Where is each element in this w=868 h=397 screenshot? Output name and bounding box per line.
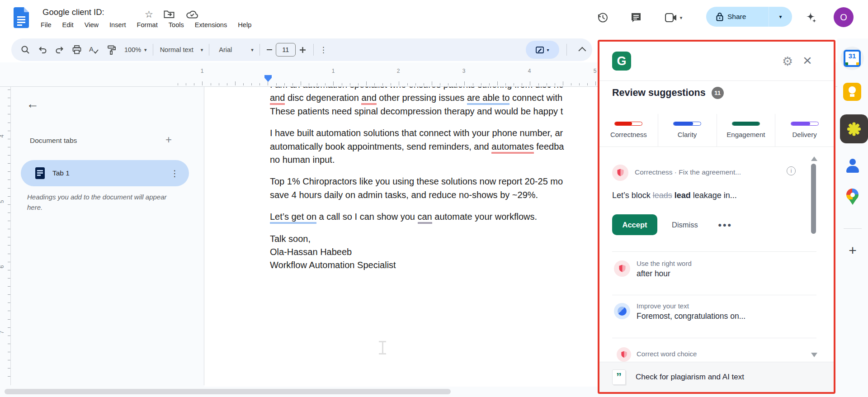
calendar-icon[interactable]: 31: [840, 47, 864, 70]
increase-font-size-icon[interactable]: [296, 41, 310, 58]
correctness-progress-pill: [614, 122, 642, 126]
menu-item-tools[interactable]: Tools: [163, 20, 189, 30]
text-segment: disc degeneration: [285, 93, 361, 103]
tab-label: Clarity: [678, 131, 697, 138]
editing-mode-button[interactable]: ▾: [526, 41, 559, 59]
contacts-icon[interactable]: [844, 157, 862, 175]
more-toolbar-options-icon[interactable]: ⋮: [320, 45, 327, 55]
share-dropdown[interactable]: ▾: [769, 14, 792, 20]
keep-icon[interactable]: [843, 83, 861, 101]
suggestion-list-item[interactable]: Correct word choice: [637, 350, 697, 358]
account-avatar[interactable]: O: [834, 7, 854, 27]
vertical-ruler[interactable]: 4567: [0, 87, 11, 385]
move-to-folder-icon[interactable]: [164, 10, 175, 19]
more-options-icon[interactable]: ●●●: [718, 214, 732, 235]
print-icon[interactable]: [68, 41, 85, 58]
menu-bar: FileEditViewInsertFormatToolsExtensionsH…: [35, 20, 257, 30]
text-segment: I have built automation solutions that c…: [270, 128, 563, 138]
google-docs-app: Google client ID: ☆ FileEditViewInsertFo…: [0, 0, 868, 397]
grammarly-panel: G ⚙ × Review suggestions 11 CorrectnessC…: [598, 40, 835, 394]
font-caret-icon[interactable]: ▾: [251, 47, 254, 53]
menu-item-help[interactable]: Help: [232, 20, 257, 30]
menu-item-extensions[interactable]: Extensions: [189, 20, 232, 30]
gemini-sparkle-icon[interactable]: [803, 10, 818, 25]
share-button[interactable]: Share ▾: [706, 7, 792, 27]
document-text[interactable]: I am an automation specialist who ensure…: [270, 78, 603, 281]
comments-icon[interactable]: [628, 10, 644, 25]
indent-marker[interactable]: [264, 75, 272, 82]
text-segment: automate your workflows.: [432, 212, 537, 222]
tab-clarity[interactable]: Clarity: [658, 114, 717, 147]
get-addons-button[interactable]: +: [837, 243, 868, 258]
style-caret-icon[interactable]: ▾: [201, 47, 203, 53]
maps-icon[interactable]: [844, 188, 862, 206]
text-line: Workflow Automation Specialist: [270, 259, 603, 272]
paragraph: I have built automation solutions that c…: [270, 127, 603, 166]
font-size-input[interactable]: 11: [276, 43, 296, 57]
mode-caret-icon: ▾: [547, 47, 549, 52]
suggestion-sentence[interactable]: Let’s block leads lead leakage in...: [612, 191, 737, 200]
version-history-icon[interactable]: [595, 10, 610, 25]
suggestion-list-item[interactable]: Use the right word after hour: [637, 260, 692, 279]
menu-item-insert[interactable]: Insert: [104, 20, 132, 30]
menu-item-edit[interactable]: Edit: [57, 20, 79, 30]
ruler-number: 6: [0, 265, 5, 269]
accept-button[interactable]: Accept: [612, 214, 657, 235]
document-title[interactable]: Google client ID:: [42, 7, 104, 17]
text-segment: Workflow Automation Specialist: [270, 260, 396, 270]
info-icon[interactable]: i: [787, 166, 796, 175]
zoom-caret-icon[interactable]: ▾: [144, 47, 147, 53]
suggestions-count-badge: 11: [712, 87, 724, 99]
font-select[interactable]: Arial: [219, 46, 232, 53]
delivery-progress-pill: [791, 122, 819, 126]
ruler-number: 4: [0, 135, 5, 138]
document-tabs-sidebar: [11, 87, 204, 385]
text-segment: Ola-Hassan Habeeb: [270, 247, 352, 257]
paint-format-icon[interactable]: [103, 41, 120, 58]
star-icon[interactable]: ☆: [145, 9, 153, 20]
settings-gear-icon[interactable]: ⚙: [782, 54, 793, 69]
hide-menus-button[interactable]: [574, 47, 592, 52]
search-menus-icon[interactable]: [17, 41, 34, 58]
grammarly-addon-icon[interactable]: [840, 114, 868, 143]
paragraph: Let’s get on a call so I can show you ca…: [270, 210, 603, 223]
text-line: I have built automation solutions that c…: [270, 127, 603, 140]
cloud-saved-icon[interactable]: [186, 10, 198, 19]
menu-item-file[interactable]: File: [35, 20, 57, 30]
text-segment: no human input.: [270, 155, 335, 165]
correctness-shield-icon: [617, 347, 631, 362]
text-line: Top 1% Chiropractors like you using thes…: [270, 175, 603, 188]
menu-item-view[interactable]: View: [79, 20, 104, 30]
google-docs-logo[interactable]: [14, 7, 29, 28]
tab-delivery[interactable]: Delivery: [775, 114, 834, 147]
scroll-up-icon[interactable]: [811, 156, 817, 161]
card-category[interactable]: Correctness · Fix the agreement...: [635, 168, 741, 176]
tab-engagement[interactable]: Engagement: [717, 114, 775, 147]
join-call-icon[interactable]: ▾: [661, 10, 686, 25]
zoom-select[interactable]: 100%: [124, 46, 141, 53]
redo-icon[interactable]: [51, 41, 68, 58]
scroll-down-icon[interactable]: [811, 353, 817, 357]
suggestion-list-item[interactable]: Improve your text Foremost, congratulati…: [637, 302, 745, 321]
suggestion-category-tabs: CorrectnessClarityEngagementDelivery: [599, 114, 834, 147]
paragraph-style-select[interactable]: Normal text: [160, 46, 193, 53]
decrease-font-size-icon[interactable]: [263, 41, 276, 58]
text-line: Ola-Hassan Habeeb: [270, 246, 603, 259]
undo-icon[interactable]: [34, 41, 51, 58]
ruler-number: 4: [528, 68, 531, 74]
join-call-caret-icon[interactable]: ▾: [680, 15, 683, 21]
close-panel-icon[interactable]: ×: [803, 52, 812, 69]
panel-scrollbar[interactable]: [811, 164, 816, 234]
horizontal-scrollbar[interactable]: [5, 389, 451, 394]
spelling-check-icon[interactable]: A: [85, 41, 103, 58]
text-segment: save 4 hours daily on admin tasks, and r…: [270, 190, 538, 200]
menu-item-format[interactable]: Format: [132, 20, 163, 30]
dismiss-button[interactable]: Dismiss: [672, 214, 698, 235]
grammarly-underlined-text: are able to: [467, 93, 510, 105]
panel-title: Review suggestions: [612, 87, 706, 99]
ruler-number: 1: [201, 68, 204, 74]
document-page[interactable]: I am an automation specialist who ensure…: [204, 68, 602, 387]
tab-label: Delivery: [793, 131, 817, 138]
tab-correctness[interactable]: Correctness: [599, 114, 658, 147]
plagiarism-check-button[interactable]: ” Check for plagiarism and AI text: [599, 362, 834, 392]
